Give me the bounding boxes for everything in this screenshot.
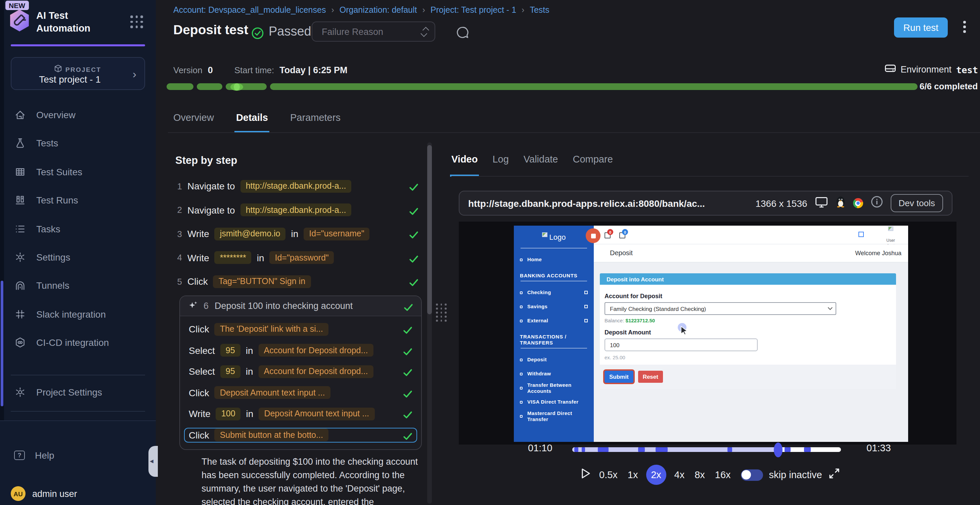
sidebar-item-settings[interactable]: Settings xyxy=(11,248,145,266)
video-tab-validate[interactable]: Validate xyxy=(523,152,558,176)
progress-segment xyxy=(197,83,222,90)
project-selector[interactable]: PROJECT Test project - 1 › xyxy=(11,57,145,90)
video-tab-compare[interactable]: Compare xyxy=(573,152,613,176)
fullscreen-icon[interactable] xyxy=(828,467,840,482)
notification-badge: 0 xyxy=(622,229,628,235)
bank-nav-mastercard-direct-transfer: Mastercard Direct Transfer xyxy=(514,409,594,423)
play-button[interactable] xyxy=(580,467,591,482)
user-menu[interactable]: AU admin user xyxy=(11,485,145,502)
sidebar-item-overview[interactable]: Overview xyxy=(11,106,145,124)
step-number: 1 xyxy=(175,181,182,191)
sidebar-item-tunnels[interactable]: Tunnels xyxy=(11,277,145,294)
step-row[interactable]: Select95inAccount for Deposit dropd... xyxy=(184,364,417,379)
step-value-pill: ******** xyxy=(215,251,251,264)
breadcrumb-separator: › xyxy=(522,5,524,15)
square-bullet-icon xyxy=(520,258,523,261)
deposit-card: Deposit into Account Account for Deposit… xyxy=(600,273,896,389)
window-icon: 0 xyxy=(619,232,625,238)
bank-nav-home: Home xyxy=(514,252,594,267)
step-row[interactable]: ClickThe 'Deposit' link with a si... xyxy=(184,322,417,337)
progress-segment xyxy=(167,83,193,90)
video-tab-log[interactable]: Log xyxy=(492,152,509,176)
tab-overview[interactable]: Overview xyxy=(173,110,214,133)
sidebar-item-help[interactable]: Help xyxy=(11,446,145,464)
step-group-header[interactable]: 6 Deposit 100 into checking account xyxy=(180,296,421,316)
environment-label: Environment xyxy=(900,65,951,75)
square-icon xyxy=(584,319,588,322)
skip-inactive-label: skip inactive xyxy=(769,469,822,480)
sidebar-item-tasks[interactable]: Tasks xyxy=(11,220,145,238)
step-number: 3 xyxy=(175,229,182,239)
step-row[interactable]: 1Navigate tohttp://stage.dbank.prod-a... xyxy=(175,179,418,194)
substeps-list: ClickThe 'Deposit' link with a si...Sele… xyxy=(180,316,421,449)
step-row[interactable]: 4Write********inId="password" xyxy=(175,250,418,265)
video-frame[interactable]: LogoHomeBANKING ACCOUNTSCheckingSavingsE… xyxy=(459,222,956,445)
skip-inactive-toggle[interactable] xyxy=(741,469,763,481)
submit-button-image: Submit xyxy=(605,371,633,383)
timeline-playhead[interactable] xyxy=(774,442,783,457)
run-test-button[interactable]: Run test xyxy=(894,17,948,38)
divider xyxy=(520,348,587,349)
sidebar-item-ci-cd-integration[interactable]: CI-CD integration xyxy=(11,334,145,351)
sidebar-item-project-settings[interactable]: Project Settings xyxy=(11,383,145,401)
failure-reason-select[interactable]: Failure Reason xyxy=(312,22,435,41)
breadcrumb-item[interactable]: Organization: default xyxy=(340,5,417,15)
tab-parameters[interactable]: Parameters xyxy=(290,110,340,133)
dev-tools-button[interactable]: Dev tools xyxy=(891,194,943,212)
comment-icon[interactable] xyxy=(455,25,469,40)
bank-sidebar: LogoHomeBANKING ACCOUNTSCheckingSavingsE… xyxy=(514,226,594,442)
bank-nav-deposit: Deposit xyxy=(514,353,594,367)
step-row[interactable]: 5ClickTag="BUTTON" Sign in xyxy=(175,274,418,289)
tab-details[interactable]: Details xyxy=(236,110,268,133)
step-row[interactable]: ClickSubmit button at the botto... xyxy=(184,427,417,442)
sidebar-collapse-handle[interactable]: ◀ xyxy=(148,446,158,477)
breadcrumb-item[interactable]: Project: Test project - 1 xyxy=(431,5,516,15)
square-bullet-icon xyxy=(520,372,523,375)
square-bullet-icon xyxy=(520,400,523,403)
step-row[interactable]: 3Writejsmith@demo.ioinId="username" xyxy=(175,226,418,241)
video-url-bar: http://stage.dbank.prod-apps.relicx.ai:8… xyxy=(459,191,953,216)
speed-16x[interactable]: 16x xyxy=(713,469,733,480)
step-row[interactable]: Select95inAccount for Deposit dropd... xyxy=(184,343,417,357)
breadcrumb-item[interactable]: Tests xyxy=(530,5,549,15)
step-value-pill: http://stage.dbank.prod-a... xyxy=(240,203,352,216)
step-group-6[interactable]: 6 Deposit 100 into checking account Clic… xyxy=(179,295,422,449)
sidebar-scrollbar-thumb[interactable] xyxy=(1,281,3,406)
divider xyxy=(11,375,145,375)
step-row[interactable]: 2Navigate tohttp://stage.dbank.prod-a... xyxy=(175,202,418,217)
panel-resize-handle[interactable] xyxy=(436,303,447,321)
step-action: Click xyxy=(188,276,208,287)
project-cube-icon xyxy=(55,63,62,75)
sidebar-item-tests[interactable]: Tests xyxy=(11,134,145,152)
square-bullet-icon xyxy=(520,414,523,418)
kebab-menu-icon[interactable] xyxy=(963,21,966,33)
video-tab-video[interactable]: Video xyxy=(451,152,477,176)
step-row[interactable]: Write100inDeposit Amount text input ... xyxy=(184,406,417,421)
amount-hint: ex. 25.00 xyxy=(605,354,891,360)
step-action: Select xyxy=(189,366,215,377)
step-value-pill: 100 xyxy=(216,407,241,420)
info-icon[interactable] xyxy=(870,195,883,211)
divider xyxy=(520,248,587,248)
speed-4x[interactable]: 4x xyxy=(672,469,687,480)
steps-scrollbar-thumb[interactable] xyxy=(427,145,432,314)
speed-1x[interactable]: 1x xyxy=(626,469,640,480)
divider xyxy=(168,132,980,133)
breadcrumb-item[interactable]: Account: Devspace_all_module_licenses xyxy=(173,5,326,15)
video-timeline[interactable] xyxy=(572,447,841,452)
sidebar-item-test-runs[interactable]: Test Runs xyxy=(11,191,145,209)
sidebar-item-test-suites[interactable]: Test Suites xyxy=(11,163,145,181)
hard-drive-icon xyxy=(884,63,896,76)
sidebar-item-slack-integration[interactable]: Slack integration xyxy=(11,306,145,323)
divider xyxy=(520,281,587,281)
speed-2x[interactable]: 2x xyxy=(646,465,666,485)
square-bullet-icon xyxy=(520,305,523,308)
gear-icon xyxy=(14,386,26,398)
select-chevrons-icon xyxy=(423,27,427,37)
speed-8x[interactable]: 8x xyxy=(692,469,707,480)
step-group-title: Deposit 100 into checking account xyxy=(215,301,353,311)
speed-0-5x[interactable]: 0.5x xyxy=(597,469,620,480)
apps-grid-icon[interactable] xyxy=(130,16,144,29)
start-time-value: Today | 6:25 PM xyxy=(279,65,347,75)
step-row[interactable]: ClickDeposit Amount text input ... xyxy=(184,385,417,400)
